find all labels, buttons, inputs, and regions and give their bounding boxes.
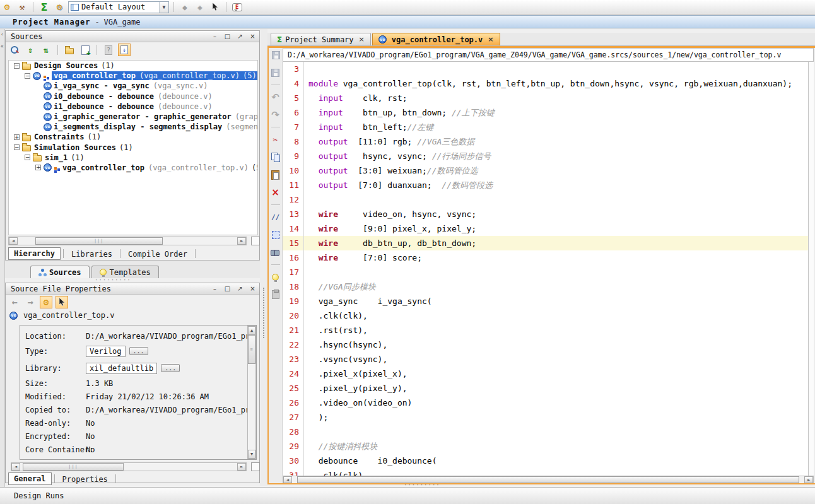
scrollbar-thumb[interactable]: ||| <box>35 237 163 245</box>
scrollbar-track[interactable]: ||| <box>20 463 237 471</box>
minimize-icon[interactable]: – <box>211 284 219 293</box>
scrollbar-track[interactable] <box>292 476 804 483</box>
collapse-chevron-icon[interactable]: « <box>0 44 4 49</box>
probe-disabled-icon[interactable]: ◈ <box>194 1 206 13</box>
vertical-splitter[interactable] <box>260 29 267 486</box>
sum-icon[interactable]: Σ <box>38 1 50 13</box>
property-input[interactable]: Verilog <box>86 346 126 357</box>
scroll-up-icon[interactable]: ▲ <box>248 326 255 335</box>
scroll-right-icon[interactable]: ► <box>237 237 246 245</box>
horizontal-splitter-handle[interactable]: ········· <box>95 279 131 282</box>
properties-hscrollbar[interactable]: ◄ ||| ► <box>11 462 247 471</box>
settings-icon[interactable]: ⚙ <box>40 296 52 308</box>
close-icon[interactable]: × <box>488 35 493 44</box>
undo-icon[interactable]: ↶ <box>270 91 281 103</box>
settings-gear-icon[interactable]: ⚙ <box>1 1 13 13</box>
scroll-right-icon[interactable]: ► <box>237 463 246 471</box>
panel-tab-templates[interactable]: Templates <box>91 266 159 278</box>
collapse-chevron-icon[interactable]: ‹ <box>0 32 4 37</box>
forward-icon[interactable]: → <box>24 296 37 308</box>
save-icon[interactable] <box>272 51 280 59</box>
redo-icon[interactable]: ↷ <box>270 109 281 120</box>
scrollbar-thumb[interactable] <box>297 476 799 483</box>
expand-icon[interactable]: + <box>35 165 41 170</box>
panel-corner-button[interactable] <box>251 237 260 245</box>
scrollbar-thumb[interactable]: ≡ <box>248 335 255 364</box>
property-input[interactable]: xil_defaultlib <box>86 363 157 374</box>
maximize-icon[interactable]: □ <box>223 284 232 293</box>
paste-icon[interactable] <box>270 169 281 180</box>
customize-tools-icon[interactable]: ⚒ <box>16 1 28 13</box>
browse-button[interactable]: ... <box>161 364 180 372</box>
tree-item[interactable]: i_vga_sync - vga_sync(vga_sync.v) <box>9 81 257 91</box>
settings-button[interactable]: ⚙ <box>40 296 52 308</box>
sources-hscrollbar[interactable]: ◄ ||| ► <box>8 237 247 245</box>
back-icon[interactable]: ← <box>8 296 21 308</box>
tab-properties[interactable]: Properties <box>57 474 113 485</box>
scrollbar-track[interactable]: ||| <box>18 237 237 245</box>
scrollbar-thumb[interactable]: ||| <box>23 463 124 471</box>
tree-item[interactable]: i_graphic_generator - graphic_generator(… <box>9 112 257 122</box>
tree-item[interactable]: −vga_controller_top(vga_controller_top.v… <box>9 71 257 81</box>
collapse-icon[interactable]: − <box>14 144 20 150</box>
tab-general[interactable]: General <box>8 472 52 485</box>
project-gear-icon[interactable]: ⚙ <box>53 1 66 13</box>
open-folder-icon[interactable] <box>63 44 76 56</box>
chevron-down-icon[interactable]: ▼ <box>159 2 168 13</box>
scroll-to-button[interactable]: ⇓ <box>118 44 131 56</box>
tree-item[interactable]: −sim_1(1) <box>9 153 257 163</box>
float-icon[interactable]: ↗ <box>236 284 244 293</box>
expand-all-icon[interactable]: ⇕ <box>24 44 37 56</box>
sources-tree[interactable]: −Design Sources(1)−vga_controller_top(vg… <box>8 60 258 235</box>
scroll-left-icon[interactable]: ◄ <box>9 237 18 245</box>
close-icon[interactable]: × <box>249 32 257 40</box>
layout-selector[interactable]: Default Layout ▼ <box>68 1 169 13</box>
properties-vscrollbar[interactable]: ▲ ≡ ▼ <box>247 325 256 459</box>
light-bulb-icon[interactable] <box>270 271 281 283</box>
tab-libraries[interactable]: Libraries <box>66 249 117 260</box>
collapse-icon[interactable]: − <box>25 73 30 79</box>
minimize-icon[interactable]: – <box>211 32 219 40</box>
language-bubble-icon[interactable] <box>231 1 243 13</box>
tree-item[interactable]: +vga_controller_top(vga_controller_top.v… <box>9 163 257 173</box>
select-button[interactable] <box>56 296 68 308</box>
tree-item[interactable]: −Design Sources(1) <box>9 61 257 71</box>
browse-button[interactable]: ... <box>129 347 148 355</box>
scroll-down-icon[interactable]: ▼ <box>248 450 255 459</box>
add-source-icon[interactable] <box>79 44 91 56</box>
collapsed-panel-strip[interactable]: ‹ « <box>0 29 5 504</box>
save-icon[interactable] <box>270 67 281 78</box>
tree-item[interactable]: i0_debounce - debounce(debounce.v) <box>9 91 257 102</box>
select-icon[interactable] <box>56 296 68 308</box>
search-icon[interactable] <box>8 44 21 56</box>
scroll-to-icon[interactable]: ⇓ <box>118 44 131 56</box>
expand-icon[interactable]: + <box>14 134 20 140</box>
find-icon[interactable] <box>270 247 281 258</box>
scroll-left-icon[interactable]: ◄ <box>11 463 20 471</box>
block-select-icon[interactable] <box>270 229 281 240</box>
delete-icon[interactable]: × <box>270 187 281 198</box>
collapse-all-icon[interactable]: ⇅ <box>40 44 52 56</box>
panel-corner-button[interactable] <box>251 462 260 471</box>
copy-icon[interactable] <box>270 151 281 163</box>
editor-tab-project-summary[interactable]: ΣProject Summary× <box>271 33 371 45</box>
vertical-splitter-handle[interactable] <box>263 288 264 338</box>
panel-tab-sources[interactable]: Sources <box>30 266 90 278</box>
tree-item[interactable]: +Constraints(1) <box>9 132 257 142</box>
scroll-right-icon[interactable]: ► <box>804 476 813 483</box>
cut-icon[interactable]: ✂ <box>270 134 281 145</box>
template-icon[interactable] <box>270 289 281 300</box>
close-icon[interactable]: × <box>249 284 257 293</box>
pointer-icon[interactable] <box>209 1 221 13</box>
collapse-icon[interactable]: − <box>14 63 20 69</box>
design-runs-panel[interactable]: Design Runs <box>0 487 815 504</box>
float-icon[interactable]: ↗ <box>236 32 244 40</box>
maximize-icon[interactable]: □ <box>223 32 232 40</box>
toggle-comment-icon[interactable]: // <box>270 211 281 223</box>
connect-disabled-icon[interactable]: ◆ <box>179 1 191 13</box>
tree-item[interactable]: −Simulation Sources(1) <box>9 143 257 153</box>
tab-compile-order[interactable]: Compile Order <box>123 249 192 260</box>
tree-item[interactable]: i_segments_display - segments_display(se… <box>9 122 257 132</box>
close-icon[interactable]: × <box>359 35 365 44</box>
editor-vscrollbar[interactable] <box>808 62 814 476</box>
